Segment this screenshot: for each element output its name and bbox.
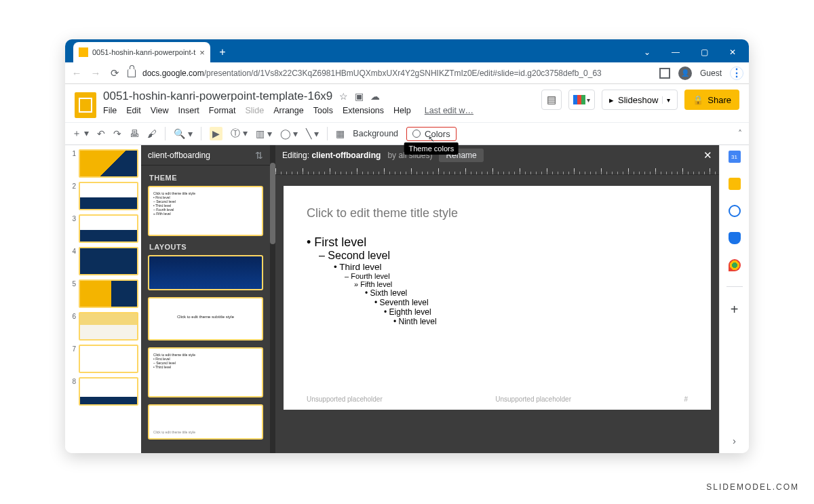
new-slide-button[interactable]: ＋ ▾ (72, 128, 89, 140)
slide-thumb-7[interactable] (79, 345, 138, 373)
nav-back-icon[interactable]: ← (71, 67, 83, 79)
theme-editor: client-offboarding ⇅ THEME Click to edit… (141, 145, 719, 453)
slide-thumb-6[interactable] (79, 312, 138, 341)
addons-plus-icon[interactable]: + (731, 302, 739, 317)
new-tab-button[interactable]: + (217, 47, 228, 58)
menu-edit[interactable]: Edit (126, 106, 141, 115)
lock-icon (128, 69, 136, 77)
url-field[interactable]: docs.google.com/presentation/d/1Vs8x22C3… (142, 69, 653, 78)
tooltip: Theme colors (404, 142, 459, 155)
slide-thumb-3[interactable] (79, 214, 138, 243)
horizontal-ruler[interactable] (275, 166, 719, 175)
canvas-title[interactable]: Click to edit theme title style (307, 206, 688, 220)
slide-thumb-8[interactable] (79, 377, 138, 406)
maps-icon[interactable] (729, 259, 741, 271)
slide-thumb-5[interactable] (79, 279, 138, 308)
paint-format-button[interactable]: 🖌 (147, 128, 157, 139)
shape-tool[interactable]: ◯ ▾ (280, 128, 298, 139)
layout-thumb[interactable]: Click to edit theme title style (148, 404, 263, 440)
layout-thumb[interactable]: Click to edit theme title style • First … (148, 347, 263, 398)
last-edit-link[interactable]: Last edit w… (425, 106, 473, 115)
nav-forward-icon[interactable]: → (90, 67, 102, 79)
menu-arrange[interactable]: Arrange (273, 106, 303, 115)
slideshow-dropdown[interactable]: ▾ (662, 96, 670, 104)
footer-right: # (684, 395, 688, 403)
menu-extensions[interactable]: Extensions (343, 106, 384, 115)
address-bar: ← → ⟳ docs.google.com/presentation/d/1Vs… (65, 62, 749, 84)
browser-menu-icon[interactable]: ⋮ (730, 66, 743, 80)
window-maximize-icon[interactable]: ▢ (695, 47, 714, 57)
keep-icon[interactable] (729, 178, 741, 190)
layouts-section-label: LAYOUTS (149, 243, 262, 251)
slide-thumb-2[interactable] (79, 182, 138, 210)
meet-icon (573, 95, 585, 104)
menu-file[interactable]: File (103, 106, 117, 115)
palette-icon (412, 130, 421, 138)
panel-scrollbar[interactable] (270, 145, 275, 453)
theme-panel: client-offboarding ⇅ THEME Click to edit… (141, 145, 270, 453)
nav-reload-icon[interactable]: ⟳ (109, 67, 121, 79)
tab-title: 0051-hoshin-kanri-powerpoint-t (92, 48, 195, 56)
slide-thumb-4[interactable] (79, 247, 138, 275)
slideshow-button[interactable]: ▸ Slideshow ▾ (602, 90, 678, 110)
browser-tab[interactable]: 0051-hoshin-kanri-powerpoint-t × (73, 42, 210, 62)
calendar-icon[interactable] (729, 151, 741, 163)
profile-name: Guest (700, 69, 722, 78)
toolbar: ＋ ▾ ↶ ↷ 🖶 🖌 🔍 ▾ ▶ Ⓣ ▾ ▥ ▾ ◯ ▾ ╲ ▾ ▦ Back… (65, 122, 749, 145)
placeholder-tool[interactable]: ▦ (336, 128, 345, 139)
collapse-toolbar-icon[interactable]: ˄ (738, 129, 742, 138)
tab-close-icon[interactable]: × (199, 47, 205, 58)
collapse-rail-icon[interactable]: › (733, 435, 736, 446)
menu-help[interactable]: Help (393, 106, 411, 115)
menu-slide[interactable]: Slide (245, 106, 264, 115)
background-button[interactable]: Background (353, 129, 398, 138)
lock-share-icon: 🔒 (693, 95, 703, 105)
zoom-button[interactable]: 🔍 ▾ (174, 128, 193, 139)
watermark: SLIDEMODEL.COM (706, 482, 799, 492)
undo-button[interactable]: ↶ (97, 128, 105, 139)
menu-view[interactable]: View (151, 106, 169, 115)
menu-format[interactable]: Format (209, 106, 236, 115)
textbox-tool[interactable]: Ⓣ ▾ (231, 128, 248, 140)
star-icon[interactable]: ☆ (339, 91, 348, 102)
layout-thumb[interactable] (148, 255, 263, 290)
profile-avatar-icon[interactable]: 👤 (678, 66, 692, 80)
filmstrip[interactable]: 1 2 3 4 5 6 7 8 (65, 145, 141, 453)
line-tool[interactable]: ╲ ▾ (306, 128, 319, 139)
theme-section-label: THEME (149, 174, 262, 182)
menu-insert[interactable]: Insert (178, 106, 199, 115)
print-button[interactable]: 🖶 (130, 128, 139, 139)
side-panel-rail: + › (719, 145, 749, 453)
layout-thumb[interactable]: Click to edit theme subtitle style (148, 297, 263, 341)
image-tool[interactable]: ▥ ▾ (256, 128, 272, 139)
footer-left: Unsupported placeholder (307, 395, 383, 403)
comments-button[interactable]: ▤ (541, 90, 562, 110)
theme-master-thumb[interactable]: Click to edit theme title style • First … (148, 186, 263, 236)
theme-updown-icon[interactable]: ⇅ (255, 150, 263, 161)
titlebar: 0051-hoshin-kanri-powerpoint-t × + ⌄ — ▢… (65, 39, 749, 62)
contacts-icon[interactable] (729, 232, 741, 244)
cloud-status-icon[interactable]: ☁ (370, 91, 380, 102)
colors-button[interactable]: Colors ↖ Theme colors (406, 127, 457, 141)
window-close-icon[interactable]: ✕ (723, 47, 742, 57)
share-button[interactable]: 🔒 Share (684, 90, 739, 110)
select-tool[interactable]: ▶ (210, 127, 222, 140)
edit-column: Editing: client-offboarding by all slide… (275, 145, 719, 453)
doc-header: 0051-hoshin-kanri-powerpoint-template-16… (65, 84, 749, 118)
window-minimize-icon[interactable]: — (666, 47, 685, 57)
move-icon[interactable]: ▣ (355, 91, 364, 102)
meet-button[interactable]: ▾ (568, 90, 595, 110)
doc-title[interactable]: 0051-hoshin-kanri-powerpoint-template-16… (103, 90, 332, 103)
close-theme-editor-icon[interactable]: ✕ (703, 149, 712, 161)
workspace: 1 2 3 4 5 6 7 8 client-offboarding ⇅ THE… (65, 145, 749, 453)
tasks-icon[interactable] (729, 205, 741, 217)
menu-tools[interactable]: Tools (313, 106, 333, 115)
redo-button[interactable]: ↷ (113, 128, 121, 139)
theme-name[interactable]: client-offboarding (148, 151, 255, 160)
slide-canvas[interactable]: Click to edit theme title style • First … (284, 186, 711, 410)
footer-mid: Unsupported placeholder (495, 395, 571, 403)
chevron-down-icon[interactable]: ⌄ (638, 47, 657, 57)
slides-logo-icon[interactable] (75, 92, 96, 118)
slide-thumb-1[interactable] (79, 149, 138, 178)
install-app-icon[interactable] (659, 68, 670, 79)
